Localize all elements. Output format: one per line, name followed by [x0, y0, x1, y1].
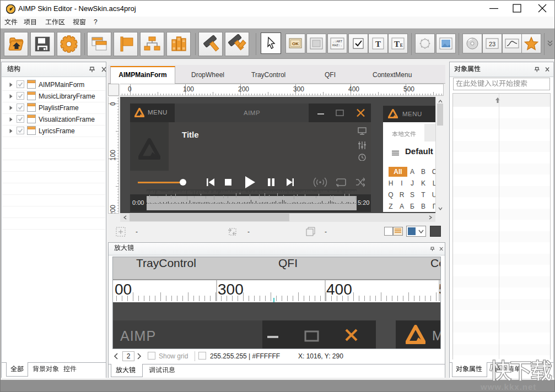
svg-text:0: 0 [128, 85, 132, 93]
svg-text:5: 5 [439, 281, 441, 298]
svg-text:00: 00 [115, 281, 132, 298]
svg-text:100: 100 [183, 85, 194, 93]
svg-text:200: 200 [238, 85, 249, 93]
svg-text:200: 200 [109, 205, 117, 214]
svg-text:500: 500 [403, 85, 414, 93]
svg-text:OK: OK [292, 41, 299, 46]
svg-text:300: 300 [218, 281, 244, 298]
svg-text:400: 400 [326, 281, 352, 298]
svg-text:.:ART: .:ART [332, 40, 342, 43]
svg-text:23: 23 [489, 41, 495, 47]
svg-text:E: E [400, 43, 403, 48]
svg-text:300: 300 [293, 85, 304, 93]
svg-text:100: 100 [109, 150, 117, 161]
svg-text:400: 400 [348, 85, 359, 93]
svg-text:0: 0 [109, 102, 117, 106]
svg-text:T: T [375, 40, 381, 48]
svg-text:T: T [394, 40, 400, 48]
svg-text:KHZ:.: KHZ:. [332, 43, 342, 47]
